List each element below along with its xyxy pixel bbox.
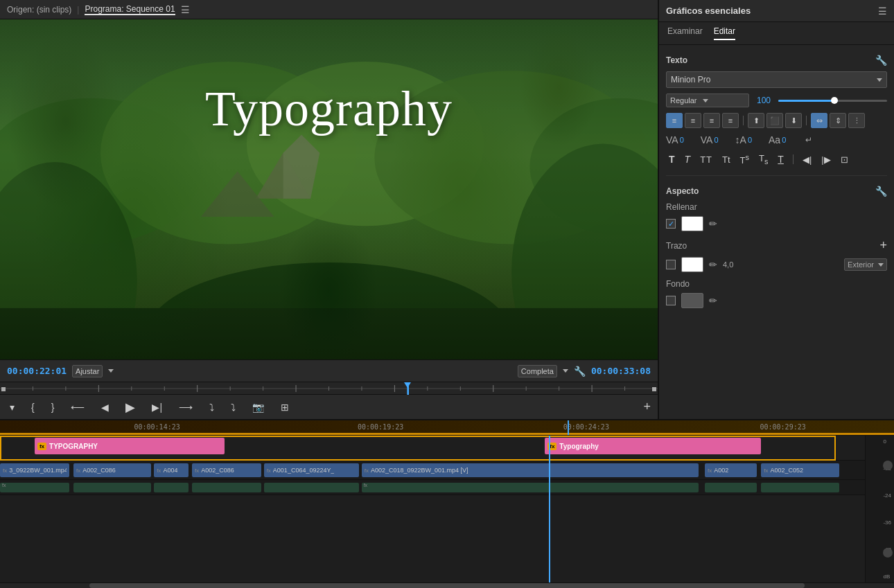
program-tab[interactable]: Programa: Sequence 01 bbox=[85, 4, 175, 15]
out-point-btn[interactable]: } bbox=[49, 400, 58, 414]
audio-clip-1[interactable] bbox=[73, 483, 151, 492]
fondo-eyedropper-btn[interactable]: ✏ bbox=[709, 295, 717, 306]
timeline-scrollbar[interactable] bbox=[0, 582, 894, 588]
origin-tab[interactable]: Origen: (sin clips) bbox=[7, 5, 71, 15]
settings-icon[interactable]: 🔧 bbox=[574, 366, 586, 377]
fill-eyedropper-btn[interactable]: ✏ bbox=[709, 218, 717, 229]
bold-btn[interactable]: T bbox=[666, 152, 678, 166]
fill-color-swatch[interactable] bbox=[681, 216, 703, 231]
zoom-chevron[interactable] bbox=[108, 369, 114, 373]
underline-btn[interactable]: T bbox=[775, 152, 787, 166]
clip-video-7[interactable]: fx A002_C052 bbox=[761, 463, 839, 477]
quality-select[interactable]: Completa bbox=[518, 365, 557, 377]
texto-wrench-icon[interactable]: 🔧 bbox=[875, 55, 887, 66]
audio-clip-5[interactable]: fx bbox=[362, 483, 699, 492]
stroke-size-value[interactable]: 4,0 bbox=[723, 260, 839, 269]
kerning-field[interactable]: VA 0 bbox=[666, 134, 684, 145]
superscript-btn[interactable]: Ts bbox=[737, 152, 752, 167]
align-bottom-btn[interactable]: ⬇ bbox=[785, 113, 802, 128]
exterior-select[interactable]: Exterior bbox=[844, 258, 887, 271]
align-left-btn[interactable]: ≡ bbox=[666, 113, 683, 128]
tab-btn[interactable]: ⊡ bbox=[838, 153, 851, 166]
audio-clip-2[interactable] bbox=[154, 483, 189, 492]
clip-fx-7: fx bbox=[764, 467, 768, 474]
program-menu-icon[interactable]: ☰ bbox=[181, 4, 190, 15]
distribute-v-btn[interactable]: ⇕ bbox=[830, 113, 846, 128]
marker-btn[interactable]: ▾ bbox=[7, 400, 17, 414]
audio-clip-0[interactable]: fx bbox=[0, 483, 69, 492]
graphics-menu-icon[interactable]: ☰ bbox=[878, 6, 887, 17]
add-element-btn[interactable]: + bbox=[643, 400, 651, 414]
vu-scroll-up[interactable] bbox=[883, 461, 893, 470]
subscript-btn[interactable]: Ts bbox=[756, 152, 771, 167]
clip-video-5[interactable]: fx A002_C018_0922BW_001.mp4 [V] bbox=[362, 463, 699, 477]
clip-video-6[interactable]: fx A002 bbox=[705, 463, 757, 477]
vu-scroll-down[interactable] bbox=[883, 548, 893, 558]
font-style-select[interactable]: Regular bbox=[666, 93, 749, 107]
fill-checkbox[interactable]: ✓ bbox=[666, 219, 676, 229]
go-in-btn[interactable]: ⟵ bbox=[68, 400, 87, 414]
insert-btn[interactable]: ⤵ bbox=[207, 400, 217, 414]
fondo-color-swatch[interactable] bbox=[681, 293, 703, 308]
in-point-btn[interactable]: { bbox=[28, 400, 37, 414]
step-fwd-btn[interactable]: ▶| bbox=[149, 400, 165, 414]
play-btn[interactable]: ▶ bbox=[123, 398, 138, 416]
small-caps-btn[interactable]: Tt bbox=[719, 153, 733, 166]
scale-field[interactable]: Aa 0 bbox=[769, 134, 786, 145]
italic-btn[interactable]: T bbox=[682, 152, 694, 166]
align-mid-btn[interactable]: ⬛ bbox=[766, 113, 783, 128]
trazo-color-swatch[interactable] bbox=[681, 257, 703, 272]
audio-clip-7[interactable] bbox=[761, 483, 839, 492]
tab-editar[interactable]: Editar bbox=[714, 26, 735, 40]
clip-video-1[interactable]: fx A002_C086 bbox=[73, 463, 151, 477]
scrubber-track[interactable] bbox=[0, 382, 658, 394]
clip-typography-upper[interactable]: fx TYPOGRAPHY bbox=[35, 438, 225, 454]
zoom-select[interactable]: Ajustar bbox=[72, 365, 103, 377]
export-frame-btn[interactable]: 📷 bbox=[249, 400, 267, 414]
fondo-checkbox[interactable] bbox=[666, 296, 676, 305]
timecode-current[interactable]: 00:00:22:01 bbox=[7, 366, 67, 376]
scale-value[interactable]: 0 bbox=[782, 136, 786, 144]
tracking-value[interactable]: 0 bbox=[714, 136, 718, 144]
trazo-eyedropper-btn[interactable]: ✏ bbox=[709, 259, 717, 270]
tracking-field[interactable]: VA 0 bbox=[701, 134, 719, 145]
font-size-slider[interactable] bbox=[778, 100, 887, 102]
align-right-btn[interactable]: ≡ bbox=[703, 113, 720, 128]
font-size-slider-thumb[interactable] bbox=[831, 97, 838, 104]
baseline-value[interactable]: 0 bbox=[748, 136, 752, 144]
baseline-field[interactable]: ↕A 0 bbox=[735, 134, 752, 145]
overwrite-btn[interactable]: ⤵ bbox=[228, 400, 238, 414]
align-justify-btn[interactable]: ≡ bbox=[722, 113, 739, 128]
trazo-checkbox[interactable] bbox=[666, 260, 676, 269]
indent-left-btn[interactable]: ◀| bbox=[800, 153, 814, 166]
clip-video-2[interactable]: fx A004 bbox=[154, 463, 189, 477]
clip-video-4[interactable]: fx A001_C064_09224Y_ bbox=[264, 463, 359, 477]
quality-chevron[interactable] bbox=[563, 369, 568, 373]
all-caps-btn[interactable]: TT bbox=[697, 153, 715, 166]
font-size-value[interactable]: 100 bbox=[753, 96, 774, 105]
timeline-scrollbar-thumb[interactable] bbox=[89, 583, 805, 588]
trazo-add-btn[interactable]: + bbox=[879, 238, 887, 253]
clip-video-0[interactable]: fx 3_0922BW_001.mp4 bbox=[0, 463, 69, 477]
align-center-btn[interactable]: ≡ bbox=[685, 113, 701, 128]
indent-right-btn[interactable]: |▶ bbox=[818, 153, 833, 166]
audio-clip-6[interactable] bbox=[705, 483, 757, 492]
clip-video-3[interactable]: fx A002_C086 bbox=[192, 463, 261, 477]
clip-typography-lower[interactable]: fx Typography bbox=[545, 438, 761, 454]
distribute-h-btn[interactable]: ⇔ bbox=[811, 113, 827, 128]
aspecto-wrench-icon[interactable]: 🔧 bbox=[875, 186, 887, 197]
tab-examinar[interactable]: Examinar bbox=[667, 26, 703, 40]
multi-cam-btn[interactable]: ⊞ bbox=[278, 400, 292, 414]
audio-clip-4[interactable] bbox=[264, 483, 359, 492]
distribute-btn-3[interactable]: ⋮ bbox=[848, 113, 865, 128]
timeline-ruler[interactable]: 00:00:14:23 00:00:19:23 00:00:24:23 00:0… bbox=[0, 420, 894, 436]
kerning-value[interactable]: 0 bbox=[680, 136, 684, 144]
font-select[interactable]: Minion Pro bbox=[666, 71, 887, 88]
go-out-btn[interactable]: ⟶ bbox=[176, 400, 195, 414]
align-top-btn[interactable]: ⬆ bbox=[748, 113, 764, 128]
wrap-text-btn[interactable]: ↵ bbox=[803, 134, 815, 146]
clip-video-label-6: A002 bbox=[714, 467, 728, 474]
audio-clip-3[interactable] bbox=[192, 483, 261, 492]
scrubber-bar[interactable] bbox=[0, 382, 658, 394]
step-back-btn[interactable]: ◀ bbox=[98, 400, 112, 414]
